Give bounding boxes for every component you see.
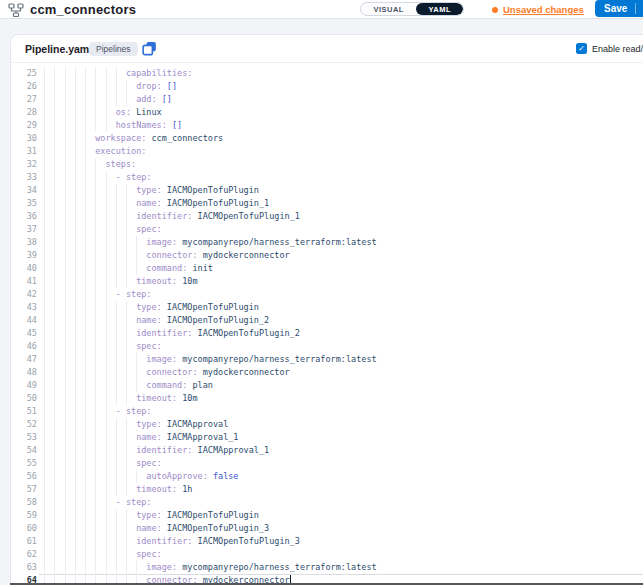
enable-read-checkbox[interactable]: ✓ [576, 43, 587, 54]
line-number[interactable]: 48 [11, 366, 37, 379]
code-text[interactable]: - step: [44, 288, 151, 301]
code-text[interactable]: - step: [44, 171, 151, 184]
line-number[interactable]: 50 [11, 392, 37, 405]
code-line[interactable]: 29 hostNames: [] [11, 119, 643, 132]
code-line[interactable]: 36 identifier: IACMOpenTofuPlugin_1 [11, 210, 643, 223]
code-line[interactable]: 46 spec: [11, 340, 643, 353]
code-text[interactable]: spec: [44, 223, 162, 236]
code-text[interactable]: connector: mydockerconnector [44, 249, 290, 262]
line-number[interactable]: 60 [11, 522, 37, 535]
line-number[interactable]: 51 [11, 405, 37, 418]
code-line[interactable]: 48 connector: mydockerconnector [11, 366, 643, 379]
code-line[interactable]: 55 spec: [11, 457, 643, 470]
line-number[interactable]: 42 [11, 288, 37, 301]
line-number[interactable]: 44 [11, 314, 37, 327]
code-text[interactable]: image: mycompanyrepo/harness_terraform:l… [44, 236, 377, 249]
line-number[interactable]: 37 [11, 223, 37, 236]
code-text[interactable]: timeout: 10m [44, 392, 198, 405]
code-line[interactable]: 59 type: IACMOpenTofuPlugin [11, 509, 643, 522]
line-number[interactable]: 43 [11, 301, 37, 314]
code-text[interactable]: hostNames: [] [44, 119, 182, 132]
line-number[interactable]: 49 [11, 379, 37, 392]
code-text[interactable]: identifier: IACMOpenTofuPlugin_3 [44, 535, 300, 548]
code-text[interactable]: image: mycompanyrepo/harness_terraform:l… [44, 561, 377, 574]
line-number[interactable]: 52 [11, 418, 37, 431]
code-line[interactable]: 50 timeout: 10m [11, 392, 643, 405]
copy-icon[interactable] [142, 41, 157, 56]
line-number[interactable]: 62 [11, 548, 37, 561]
unsaved-changes[interactable]: Unsaved changes [492, 3, 584, 16]
code-text[interactable]: execution: [44, 145, 146, 158]
code-text[interactable]: command: init [44, 262, 213, 275]
code-text[interactable]: os: Linux [44, 106, 162, 119]
code-line[interactable]: 34 type: IACMOpenTofuPlugin [11, 184, 643, 197]
code-text[interactable]: spec: [44, 340, 162, 353]
code-line[interactable]: 60 name: IACMOpenTofuPlugin_3 [11, 522, 643, 535]
line-number[interactable]: 28 [11, 106, 37, 119]
code-line[interactable]: 30 workspace: ccm_connectors [11, 132, 643, 145]
line-number[interactable]: 54 [11, 444, 37, 457]
line-number[interactable]: 47 [11, 353, 37, 366]
code-text[interactable]: - step: [44, 405, 151, 418]
line-number[interactable]: 34 [11, 184, 37, 197]
visual-yaml-toggle[interactable]: VISUAL YAML [360, 2, 464, 16]
line-number[interactable]: 46 [11, 340, 37, 353]
code-line[interactable]: 28 os: Linux [11, 106, 643, 119]
code-line[interactable]: 49 command: plan [11, 379, 643, 392]
code-line[interactable]: 45 identifier: IACMOpenTofuPlugin_2 [11, 327, 643, 340]
code-text[interactable]: image: mycompanyrepo/harness_terraform:l… [44, 353, 377, 366]
code-text[interactable]: - step: [44, 496, 151, 509]
line-number[interactable]: 31 [11, 145, 37, 158]
code-line[interactable]: 58 - step: [11, 496, 643, 509]
code-text[interactable]: add: [] [44, 93, 172, 106]
code-line[interactable]: 33 - step: [11, 171, 643, 184]
code-line[interactable]: 25 capabilities: [11, 67, 643, 80]
line-number[interactable]: 27 [11, 93, 37, 106]
code-text[interactable]: name: IACMOpenTofuPlugin_3 [44, 522, 269, 535]
code-text[interactable]: identifier: IACMOpenTofuPlugin_2 [44, 327, 300, 340]
code-line[interactable]: 53 name: IACMApproval_1 [11, 431, 643, 444]
code-line[interactable]: 39 connector: mydockerconnector [11, 249, 643, 262]
line-number[interactable]: 59 [11, 509, 37, 522]
code-line[interactable]: 35 name: IACMOpenTofuPlugin_1 [11, 197, 643, 210]
code-text[interactable]: timeout: 10m [44, 275, 198, 288]
code-text[interactable]: capabilities: [44, 67, 192, 80]
code-line[interactable]: 51 - step: [11, 405, 643, 418]
code-line[interactable]: 32 steps: [11, 158, 643, 171]
code-text[interactable]: name: IACMApproval_1 [44, 431, 238, 444]
code-line[interactable]: 40 command: init [11, 262, 643, 275]
code-line[interactable]: 57 timeout: 1h [11, 483, 643, 496]
code-text[interactable]: type: IACMApproval [44, 418, 228, 431]
line-number[interactable]: 38 [11, 236, 37, 249]
code-text[interactable]: spec: [44, 548, 162, 561]
code-line[interactable]: 61 identifier: IACMOpenTofuPlugin_3 [11, 535, 643, 548]
code-line[interactable]: 56 autoApprove: false [11, 470, 643, 483]
code-text[interactable]: connector: mydockerconnector [44, 366, 290, 379]
code-text[interactable]: spec: [44, 457, 162, 470]
unsaved-changes-link[interactable]: Unsaved changes [503, 4, 584, 15]
code-line[interactable]: 54 identifier: IACMApproval_1 [11, 444, 643, 457]
code-line[interactable]: 41 timeout: 10m [11, 275, 643, 288]
line-number[interactable]: 63 [11, 561, 37, 574]
line-number[interactable]: 45 [11, 327, 37, 340]
code-text[interactable]: type: IACMOpenTofuPlugin [44, 509, 259, 522]
code-line[interactable]: 47 image: mycompanyrepo/harness_terrafor… [11, 353, 643, 366]
line-number[interactable]: 29 [11, 119, 37, 132]
code-text[interactable]: command: plan [44, 379, 213, 392]
toggle-visual[interactable]: VISUAL [361, 3, 416, 15]
code-text[interactable]: identifier: IACMApproval_1 [44, 444, 269, 457]
line-number[interactable]: 41 [11, 275, 37, 288]
code-text[interactable]: type: IACMOpenTofuPlugin [44, 301, 259, 314]
code-text[interactable]: name: IACMOpenTofuPlugin_2 [44, 314, 269, 327]
code-line[interactable]: 42 - step: [11, 288, 643, 301]
code-line[interactable]: 31 execution: [11, 145, 643, 158]
line-number[interactable]: 57 [11, 483, 37, 496]
code-line[interactable]: 43 type: IACMOpenTofuPlugin [11, 301, 643, 314]
line-number[interactable]: 32 [11, 158, 37, 171]
line-number[interactable]: 55 [11, 457, 37, 470]
code-text[interactable]: autoApprove: false [44, 470, 239, 483]
code-line[interactable]: 52 type: IACMApproval [11, 418, 643, 431]
code-text[interactable]: workspace: ccm_connectors [44, 132, 223, 145]
line-number[interactable]: 58 [11, 496, 37, 509]
code-line[interactable]: 37 spec: [11, 223, 643, 236]
